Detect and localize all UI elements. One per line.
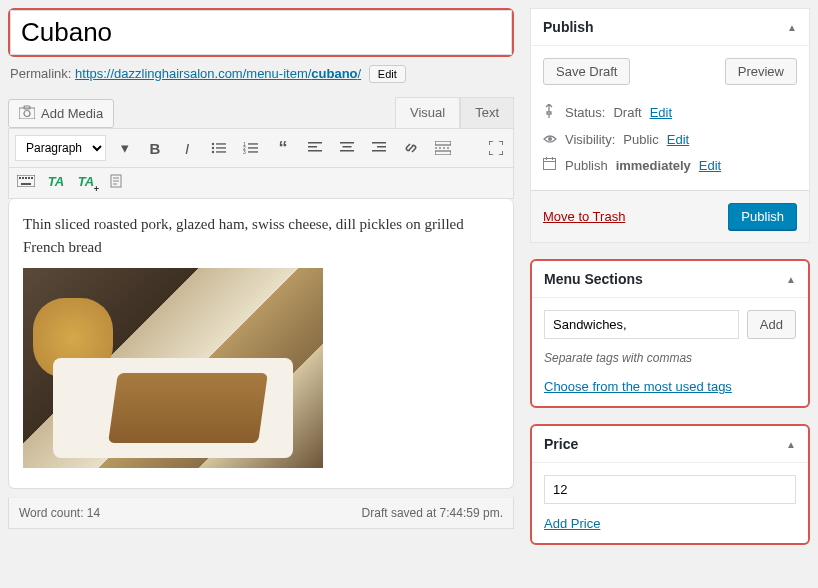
table-shortcode-icon[interactable]: TA bbox=[45, 170, 67, 192]
svg-rect-21 bbox=[372, 142, 386, 144]
svg-rect-0 bbox=[19, 108, 35, 119]
format-select[interactable]: Paragraph bbox=[15, 135, 106, 161]
add-media-button[interactable]: Add Media bbox=[8, 99, 114, 128]
menu-sections-header[interactable]: Menu Sections ▲ bbox=[532, 261, 808, 298]
svg-rect-39 bbox=[544, 159, 556, 170]
svg-rect-14 bbox=[248, 151, 258, 152]
align-left-icon[interactable] bbox=[304, 137, 326, 159]
tab-visual[interactable]: Visual bbox=[395, 97, 460, 128]
permalink-label: Permalink: bbox=[10, 66, 71, 81]
title-container bbox=[8, 8, 514, 57]
edit-visibility-link[interactable]: Edit bbox=[667, 132, 689, 147]
align-right-icon[interactable] bbox=[368, 137, 390, 159]
svg-rect-20 bbox=[340, 150, 354, 152]
bullet-list-icon[interactable] bbox=[208, 137, 230, 159]
svg-rect-27 bbox=[17, 175, 35, 187]
bold-icon[interactable]: B bbox=[144, 137, 166, 159]
status-value: Draft bbox=[613, 105, 641, 120]
svg-rect-12 bbox=[248, 147, 258, 148]
calendar-icon bbox=[543, 157, 557, 173]
keyboard-icon[interactable] bbox=[15, 170, 37, 192]
editor-status-bar: Word count: 14 Draft saved at 7:44:59 pm… bbox=[8, 497, 514, 529]
svg-rect-10 bbox=[248, 143, 258, 144]
publish-button[interactable]: Publish bbox=[728, 203, 797, 230]
page-icon[interactable] bbox=[105, 170, 127, 192]
schedule-label: Publish bbox=[565, 158, 608, 173]
tab-text[interactable]: Text bbox=[460, 97, 514, 128]
svg-rect-15 bbox=[308, 142, 322, 144]
italic-icon[interactable]: I bbox=[176, 137, 198, 159]
publish-panel-title: Publish bbox=[543, 19, 594, 35]
svg-rect-16 bbox=[308, 146, 317, 148]
edit-status-link[interactable]: Edit bbox=[650, 105, 672, 120]
draft-saved-time: Draft saved at 7:44:59 pm. bbox=[362, 506, 503, 520]
post-title-input[interactable] bbox=[10, 10, 512, 55]
collapse-icon: ▲ bbox=[786, 439, 796, 450]
pin-icon bbox=[543, 104, 557, 121]
editor-toolbar-row2: TA TA+ bbox=[8, 168, 514, 199]
svg-rect-17 bbox=[308, 150, 322, 152]
svg-rect-33 bbox=[21, 183, 31, 185]
preview-button[interactable]: Preview bbox=[725, 58, 797, 85]
read-more-icon[interactable] bbox=[432, 137, 454, 159]
price-title: Price bbox=[544, 436, 578, 452]
choose-tags-link[interactable]: Choose from the most used tags bbox=[544, 379, 732, 394]
visibility-label: Visibility: bbox=[565, 132, 615, 147]
price-panel: Price ▲ Add Price bbox=[530, 424, 810, 545]
svg-text:3: 3 bbox=[243, 149, 246, 155]
collapse-icon: ▲ bbox=[786, 274, 796, 285]
save-draft-button[interactable]: Save Draft bbox=[543, 58, 630, 85]
add-media-label: Add Media bbox=[41, 106, 103, 121]
svg-rect-31 bbox=[28, 177, 30, 179]
editor-toolbar-row1: Paragraph ▾ B I 123 “ bbox=[8, 128, 514, 168]
blockquote-icon[interactable]: “ bbox=[272, 137, 294, 159]
status-label: Status: bbox=[565, 105, 605, 120]
svg-rect-30 bbox=[25, 177, 27, 179]
svg-point-7 bbox=[212, 151, 214, 153]
edit-schedule-link[interactable]: Edit bbox=[699, 158, 721, 173]
svg-point-1 bbox=[24, 111, 30, 117]
svg-rect-26 bbox=[435, 151, 451, 155]
svg-rect-24 bbox=[435, 141, 451, 145]
menu-sections-input[interactable] bbox=[544, 310, 739, 339]
word-count: Word count: 14 bbox=[19, 506, 100, 520]
add-tag-button[interactable]: Add bbox=[747, 310, 796, 339]
schedule-value: immediately bbox=[616, 158, 691, 173]
svg-rect-8 bbox=[216, 151, 226, 152]
permalink-url[interactable]: https://dazzlinghairsalon.com/menu-item/… bbox=[75, 66, 361, 81]
editor-text: Thin sliced roasted pork, glazed ham, sw… bbox=[23, 213, 499, 258]
eye-icon bbox=[543, 131, 557, 147]
svg-rect-6 bbox=[216, 147, 226, 148]
menu-sections-title: Menu Sections bbox=[544, 271, 643, 287]
permalink-row: Permalink: https://dazzlinghairsalon.com… bbox=[8, 61, 514, 97]
edit-slug-button[interactable]: Edit bbox=[369, 65, 406, 83]
link-icon[interactable] bbox=[400, 137, 422, 159]
align-center-icon[interactable] bbox=[336, 137, 358, 159]
editor-tabs: Visual Text bbox=[395, 97, 514, 128]
svg-point-3 bbox=[212, 143, 214, 145]
publish-panel-header[interactable]: Publish ▲ bbox=[531, 9, 809, 46]
svg-point-5 bbox=[212, 147, 214, 149]
editor-content-area[interactable]: Thin sliced roasted pork, glazed ham, sw… bbox=[8, 199, 514, 489]
tags-hint: Separate tags with commas bbox=[544, 351, 796, 365]
svg-rect-32 bbox=[31, 177, 33, 179]
svg-rect-28 bbox=[19, 177, 21, 179]
numbered-list-icon[interactable]: 123 bbox=[240, 137, 262, 159]
svg-rect-23 bbox=[372, 150, 386, 152]
content-image[interactable] bbox=[23, 268, 323, 468]
price-input[interactable] bbox=[544, 475, 796, 504]
svg-rect-4 bbox=[216, 143, 226, 144]
chevron-down-icon[interactable]: ▾ bbox=[114, 137, 136, 159]
price-header[interactable]: Price ▲ bbox=[532, 426, 808, 463]
visibility-value: Public bbox=[623, 132, 658, 147]
fullscreen-icon[interactable] bbox=[485, 137, 507, 159]
svg-rect-19 bbox=[343, 146, 352, 148]
add-price-link[interactable]: Add Price bbox=[544, 516, 600, 531]
svg-rect-29 bbox=[22, 177, 24, 179]
publish-panel: Publish ▲ Save Draft Preview Status: Dra… bbox=[530, 8, 810, 243]
menu-sections-panel: Menu Sections ▲ Add Separate tags with c… bbox=[530, 259, 810, 408]
table-shortcode-add-icon[interactable]: TA+ bbox=[75, 170, 97, 192]
camera-icon bbox=[19, 105, 35, 122]
move-to-trash-link[interactable]: Move to Trash bbox=[543, 209, 625, 224]
collapse-icon: ▲ bbox=[787, 22, 797, 33]
